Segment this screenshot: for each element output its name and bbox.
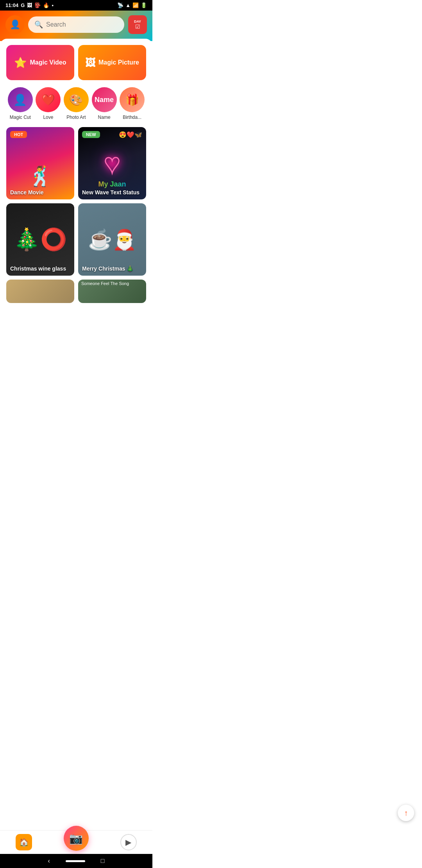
cast-icon: 📡 — [117, 2, 123, 8]
new-wave-title: New Wave Text Status — [82, 189, 139, 195]
birthday-icon-bg: 🎁 — [120, 87, 145, 112]
category-photo-art[interactable]: 🎨 Photo Art — [62, 87, 90, 120]
calendar-button[interactable]: DAY ☑ — [128, 15, 147, 34]
category-name[interactable]: Name Name — [90, 87, 118, 120]
birthday-label: Birthda... — [123, 115, 141, 120]
categories-section: 👤 Magic Cut ❤️ Love 🎨 Photo Art Name Nam… — [6, 87, 146, 120]
card-christmas-wine[interactable]: 🎄⭕ Christmas wine glass — [6, 203, 74, 276]
banners-section: ⭐ Magic Video 🖼 Magic Picture — [6, 45, 146, 80]
magic-cut-label: Magic Cut — [10, 115, 31, 120]
category-birthday[interactable]: 🎁 Birthda... — [118, 87, 146, 120]
name-icon-bg: Name — [92, 87, 117, 112]
status-bar: 11:04 G 🖼 👺 🔥 • 📡 ▲ 📶 🔋 — [0, 0, 152, 11]
status-left: 11:04 G 🖼 👺 🔥 • — [5, 2, 54, 8]
category-magic-cut[interactable]: 👤 Magic Cut — [6, 87, 34, 120]
search-icon: 🔍 — [34, 20, 43, 29]
love-icon: ❤️ — [41, 93, 55, 106]
christmas-card-visual: 🎄⭕ — [6, 203, 74, 276]
cards-grid: 🕺 HOT Dance Movie ♥ 😍❤️🦋 My Jaan NEW New… — [6, 127, 146, 276]
dance-movie-title: Dance Movie — [10, 189, 44, 195]
calendar-check-icon: ☑ — [135, 23, 140, 30]
avatar[interactable]: 👤 — [5, 15, 24, 34]
search-bar[interactable]: 🔍 — [28, 16, 124, 33]
card-new-wave[interactable]: ♥ 😍❤️🦋 My Jaan NEW New Wave Text Status — [78, 127, 146, 199]
calendar-day-label: DAY — [134, 20, 141, 23]
name-icon: Name — [95, 96, 114, 104]
dot-icon: • — [52, 2, 54, 8]
status-right: 📡 ▲ 📶 🔋 — [117, 2, 147, 8]
merry-christmas-title: Merry Christmas 🎄 — [82, 265, 133, 272]
love-label: Love — [43, 115, 53, 120]
card-dance-movie[interactable]: 🕺 HOT Dance Movie — [6, 127, 74, 199]
photo-art-label: Photo Art — [66, 115, 86, 120]
wave-emoji: 😍❤️🦋 — [119, 131, 142, 138]
google-icon: G — [21, 2, 25, 8]
love-icon-bg: ❤️ — [36, 87, 61, 112]
category-love[interactable]: ❤️ Love — [34, 87, 63, 120]
partial-card-2[interactable]: Someone Feel The Song — [78, 280, 146, 303]
magic-cut-icon-bg: 👤 — [8, 87, 33, 112]
magic-video-icon: ⭐ — [14, 57, 27, 69]
header: 👤 🔍 DAY ☑ — [0, 11, 152, 41]
photo-art-icon-bg: 🎨 — [64, 87, 89, 112]
main-content: ⭐ Magic Video 🖼 Magic Picture 👤 Magic Cu… — [0, 39, 152, 341]
signal-icon: 📶 — [132, 2, 139, 8]
gallery-icon: 🖼 — [27, 2, 32, 8]
birthday-icon: 🎁 — [125, 93, 139, 106]
magic-video-label: Magic Video — [30, 59, 66, 66]
magic-picture-icon: 🖼 — [85, 57, 95, 69]
heart-shape: ♥ — [104, 150, 120, 177]
card-merry-christmas[interactable]: ☕🎅 Merry Christmas 🎄 — [78, 203, 146, 276]
magic-picture-banner[interactable]: 🖼 Magic Picture — [78, 45, 146, 80]
app-icon-1: 👺 — [34, 2, 41, 8]
partial-card-2-label: Someone Feel The Song — [78, 280, 146, 287]
search-input[interactable] — [46, 21, 118, 28]
wifi-icon: ▲ — [125, 2, 131, 8]
christmas-wine-title: Christmas wine glass — [10, 265, 66, 272]
partial-card-1[interactable] — [6, 280, 74, 303]
battery-icon: 🔋 — [141, 2, 147, 8]
partial-cards: Someone Feel The Song — [6, 280, 146, 303]
time: 11:04 — [5, 2, 18, 8]
cards-wrapper: 🕺 HOT Dance Movie ♥ 😍❤️🦋 My Jaan NEW New… — [6, 127, 146, 276]
photo-art-icon: 🎨 — [69, 93, 83, 106]
hot-badge: HOT — [10, 131, 27, 138]
magic-picture-label: Magic Picture — [98, 59, 139, 66]
name-label: Name — [98, 115, 111, 120]
magic-cut-icon: 👤 — [13, 93, 27, 106]
wave-jaan-text: My Jaan — [78, 180, 146, 188]
fire-icon: 🔥 — [43, 2, 49, 8]
merry-card-visual: ☕🎅 — [78, 203, 146, 276]
magic-video-banner[interactable]: ⭐ Magic Video — [6, 45, 74, 80]
new-badge: NEW — [82, 131, 100, 138]
